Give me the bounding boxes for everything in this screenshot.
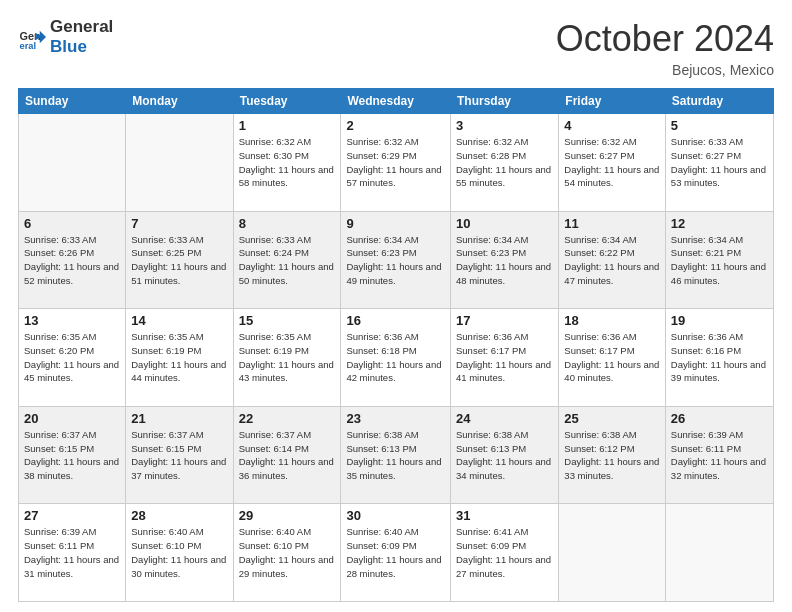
calendar-cell: 3Sunrise: 6:32 AMSunset: 6:28 PMDaylight…	[451, 114, 559, 212]
day-info: Sunrise: 6:32 AMSunset: 6:27 PMDaylight:…	[564, 135, 660, 190]
day-info: Sunrise: 6:37 AMSunset: 6:15 PMDaylight:…	[24, 428, 120, 483]
day-info: Sunrise: 6:40 AMSunset: 6:10 PMDaylight:…	[131, 525, 227, 580]
calendar-cell: 24Sunrise: 6:38 AMSunset: 6:13 PMDayligh…	[451, 406, 559, 504]
day-info: Sunrise: 6:36 AMSunset: 6:17 PMDaylight:…	[456, 330, 553, 385]
header-sunday: Sunday	[19, 89, 126, 114]
day-info: Sunrise: 6:37 AMSunset: 6:14 PMDaylight:…	[239, 428, 336, 483]
calendar-cell: 11Sunrise: 6:34 AMSunset: 6:22 PMDayligh…	[559, 211, 666, 309]
calendar-cell	[559, 504, 666, 602]
header-wednesday: Wednesday	[341, 89, 451, 114]
day-number: 11	[564, 216, 660, 231]
calendar-cell: 23Sunrise: 6:38 AMSunset: 6:13 PMDayligh…	[341, 406, 451, 504]
day-info: Sunrise: 6:39 AMSunset: 6:11 PMDaylight:…	[24, 525, 120, 580]
day-number: 28	[131, 508, 227, 523]
day-info: Sunrise: 6:35 AMSunset: 6:19 PMDaylight:…	[131, 330, 227, 385]
day-number: 20	[24, 411, 120, 426]
calendar-cell: 8Sunrise: 6:33 AMSunset: 6:24 PMDaylight…	[233, 211, 341, 309]
day-info: Sunrise: 6:36 AMSunset: 6:18 PMDaylight:…	[346, 330, 445, 385]
day-info: Sunrise: 6:33 AMSunset: 6:26 PMDaylight:…	[24, 233, 120, 288]
day-info: Sunrise: 6:34 AMSunset: 6:21 PMDaylight:…	[671, 233, 768, 288]
day-number: 12	[671, 216, 768, 231]
title-block: October 2024 Bejucos, Mexico	[556, 18, 774, 78]
day-number: 19	[671, 313, 768, 328]
calendar-cell	[19, 114, 126, 212]
day-info: Sunrise: 6:40 AMSunset: 6:10 PMDaylight:…	[239, 525, 336, 580]
logo-general-text: General	[50, 17, 113, 36]
day-info: Sunrise: 6:32 AMSunset: 6:29 PMDaylight:…	[346, 135, 445, 190]
header-friday: Friday	[559, 89, 666, 114]
calendar-cell: 4Sunrise: 6:32 AMSunset: 6:27 PMDaylight…	[559, 114, 666, 212]
calendar-cell	[126, 114, 233, 212]
calendar-cell: 31Sunrise: 6:41 AMSunset: 6:09 PMDayligh…	[451, 504, 559, 602]
day-number: 29	[239, 508, 336, 523]
day-info: Sunrise: 6:41 AMSunset: 6:09 PMDaylight:…	[456, 525, 553, 580]
day-info: Sunrise: 6:34 AMSunset: 6:23 PMDaylight:…	[346, 233, 445, 288]
day-number: 3	[456, 118, 553, 133]
header-thursday: Thursday	[451, 89, 559, 114]
calendar-cell: 17Sunrise: 6:36 AMSunset: 6:17 PMDayligh…	[451, 309, 559, 407]
day-number: 24	[456, 411, 553, 426]
header-monday: Monday	[126, 89, 233, 114]
day-number: 7	[131, 216, 227, 231]
calendar-cell: 25Sunrise: 6:38 AMSunset: 6:12 PMDayligh…	[559, 406, 666, 504]
calendar-cell: 27Sunrise: 6:39 AMSunset: 6:11 PMDayligh…	[19, 504, 126, 602]
calendar-cell: 12Sunrise: 6:34 AMSunset: 6:21 PMDayligh…	[665, 211, 773, 309]
day-info: Sunrise: 6:33 AMSunset: 6:27 PMDaylight:…	[671, 135, 768, 190]
day-info: Sunrise: 6:32 AMSunset: 6:30 PMDaylight:…	[239, 135, 336, 190]
day-number: 10	[456, 216, 553, 231]
calendar-cell: 13Sunrise: 6:35 AMSunset: 6:20 PMDayligh…	[19, 309, 126, 407]
day-number: 22	[239, 411, 336, 426]
day-info: Sunrise: 6:35 AMSunset: 6:20 PMDaylight:…	[24, 330, 120, 385]
day-number: 15	[239, 313, 336, 328]
calendar-cell: 28Sunrise: 6:40 AMSunset: 6:10 PMDayligh…	[126, 504, 233, 602]
calendar-cell: 21Sunrise: 6:37 AMSunset: 6:15 PMDayligh…	[126, 406, 233, 504]
calendar-cell: 22Sunrise: 6:37 AMSunset: 6:14 PMDayligh…	[233, 406, 341, 504]
day-info: Sunrise: 6:34 AMSunset: 6:23 PMDaylight:…	[456, 233, 553, 288]
day-info: Sunrise: 6:33 AMSunset: 6:24 PMDaylight:…	[239, 233, 336, 288]
calendar-cell: 29Sunrise: 6:40 AMSunset: 6:10 PMDayligh…	[233, 504, 341, 602]
day-info: Sunrise: 6:36 AMSunset: 6:16 PMDaylight:…	[671, 330, 768, 385]
day-number: 23	[346, 411, 445, 426]
day-info: Sunrise: 6:39 AMSunset: 6:11 PMDaylight:…	[671, 428, 768, 483]
calendar-cell: 10Sunrise: 6:34 AMSunset: 6:23 PMDayligh…	[451, 211, 559, 309]
day-number: 2	[346, 118, 445, 133]
calendar-cell: 20Sunrise: 6:37 AMSunset: 6:15 PMDayligh…	[19, 406, 126, 504]
logo-icon: Gen eral ▶	[18, 23, 46, 51]
calendar-cell: 1Sunrise: 6:32 AMSunset: 6:30 PMDaylight…	[233, 114, 341, 212]
day-number: 13	[24, 313, 120, 328]
calendar-cell	[665, 504, 773, 602]
svg-text:▶: ▶	[35, 31, 43, 41]
day-info: Sunrise: 6:38 AMSunset: 6:12 PMDaylight:…	[564, 428, 660, 483]
day-info: Sunrise: 6:37 AMSunset: 6:15 PMDaylight:…	[131, 428, 227, 483]
day-number: 1	[239, 118, 336, 133]
calendar-cell: 15Sunrise: 6:35 AMSunset: 6:19 PMDayligh…	[233, 309, 341, 407]
day-number: 4	[564, 118, 660, 133]
day-number: 31	[456, 508, 553, 523]
header: Gen eral ▶ General Blue October 2024 Bej…	[18, 18, 774, 78]
day-number: 8	[239, 216, 336, 231]
calendar-cell: 5Sunrise: 6:33 AMSunset: 6:27 PMDaylight…	[665, 114, 773, 212]
day-number: 30	[346, 508, 445, 523]
header-saturday: Saturday	[665, 89, 773, 114]
header-tuesday: Tuesday	[233, 89, 341, 114]
logo: Gen eral ▶ General Blue	[18, 18, 113, 57]
day-info: Sunrise: 6:35 AMSunset: 6:19 PMDaylight:…	[239, 330, 336, 385]
day-info: Sunrise: 6:38 AMSunset: 6:13 PMDaylight:…	[456, 428, 553, 483]
day-info: Sunrise: 6:32 AMSunset: 6:28 PMDaylight:…	[456, 135, 553, 190]
day-number: 21	[131, 411, 227, 426]
month-title: October 2024	[556, 18, 774, 60]
calendar-cell: 2Sunrise: 6:32 AMSunset: 6:29 PMDaylight…	[341, 114, 451, 212]
day-number: 16	[346, 313, 445, 328]
day-number: 18	[564, 313, 660, 328]
location: Bejucos, Mexico	[556, 62, 774, 78]
day-number: 25	[564, 411, 660, 426]
weekday-header-row: Sunday Monday Tuesday Wednesday Thursday…	[19, 89, 774, 114]
calendar-cell: 14Sunrise: 6:35 AMSunset: 6:19 PMDayligh…	[126, 309, 233, 407]
svg-text:eral: eral	[20, 42, 37, 52]
calendar-table: Sunday Monday Tuesday Wednesday Thursday…	[18, 88, 774, 602]
day-number: 27	[24, 508, 120, 523]
day-info: Sunrise: 6:40 AMSunset: 6:09 PMDaylight:…	[346, 525, 445, 580]
day-info: Sunrise: 6:36 AMSunset: 6:17 PMDaylight:…	[564, 330, 660, 385]
calendar-cell: 6Sunrise: 6:33 AMSunset: 6:26 PMDaylight…	[19, 211, 126, 309]
day-number: 14	[131, 313, 227, 328]
